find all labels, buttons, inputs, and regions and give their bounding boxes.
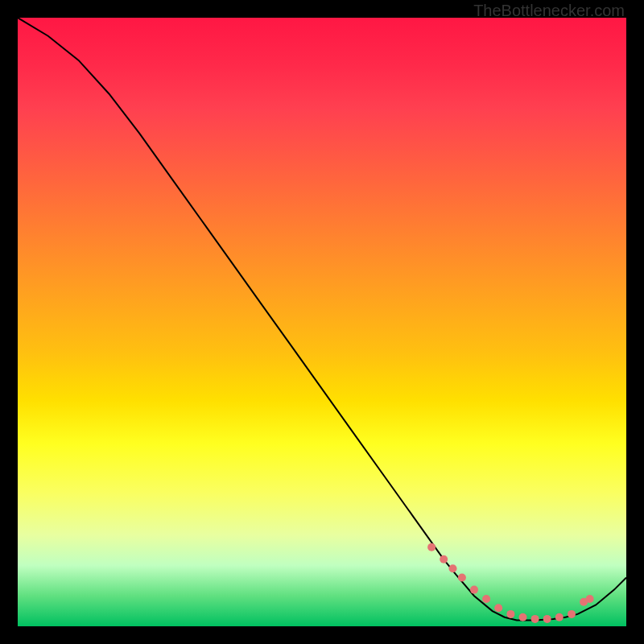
bottleneck-curve <box>18 18 626 620</box>
chart-plot-area <box>18 18 626 626</box>
data-markers <box>427 543 594 623</box>
data-marker <box>531 615 539 623</box>
data-marker <box>482 595 490 603</box>
data-marker <box>543 615 551 623</box>
data-marker <box>519 613 527 621</box>
data-marker <box>440 555 448 564</box>
watermark-text: TheBottlenecker.com <box>473 2 625 20</box>
data-marker <box>568 610 576 618</box>
data-marker <box>458 574 466 582</box>
data-marker <box>555 613 564 621</box>
data-marker <box>506 610 514 618</box>
data-marker <box>586 595 594 603</box>
data-marker <box>494 604 502 612</box>
chart-curve-svg <box>18 18 626 626</box>
data-marker <box>449 564 457 572</box>
data-marker <box>470 586 478 594</box>
data-marker <box>427 543 436 551</box>
